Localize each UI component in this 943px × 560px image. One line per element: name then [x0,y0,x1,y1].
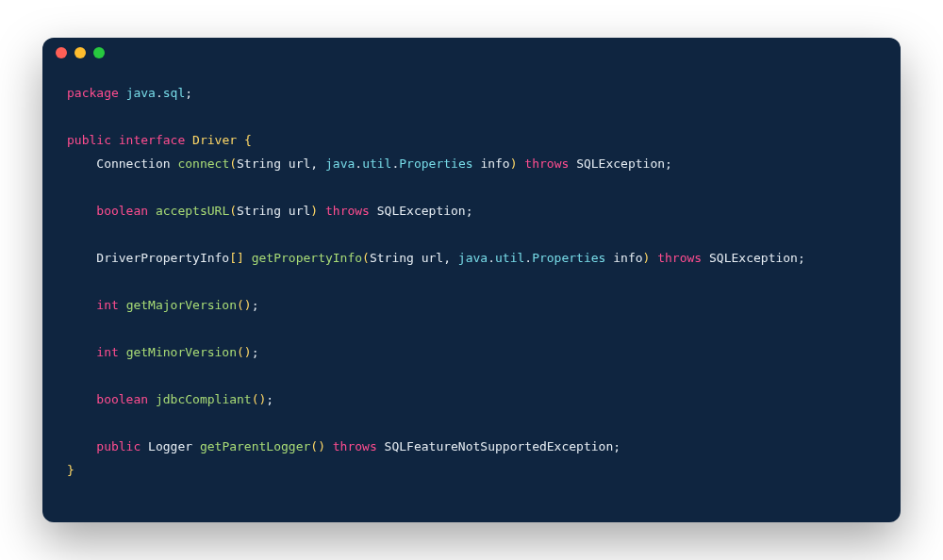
rparen: ) [244,345,252,359]
rparen: ) [318,439,325,453]
keyword-public: public [96,439,141,453]
close-icon[interactable] [56,47,67,58]
rbracket: ] [237,251,244,265]
semicolon: ; [252,298,259,312]
semicolon: ; [185,86,192,100]
type-string: String [237,156,281,171]
param-url: url [422,251,443,265]
fn-jdbccompliant: jdbcCompliant [156,392,252,406]
type-properties: Properties [532,251,605,265]
fn-connect: connect [177,156,229,171]
lparen: ( [229,204,237,218]
lparen: ( [252,392,259,406]
type-sqlexception: SQLException [709,251,798,265]
lparen: ( [310,439,318,453]
lbrace: { [244,133,252,147]
param-info: info [613,251,642,265]
window-titlebar [42,38,901,68]
keyword-throws: throws [333,439,377,453]
dot: . [488,251,495,265]
semicolon: ; [252,345,259,359]
rparen: ) [244,298,252,312]
pkg-seg: java [325,156,355,171]
type-driverpropinfo: DriverPropertyInfo [96,251,229,265]
fn-acceptsurl: acceptsURL [156,204,229,218]
comma: , [310,156,318,171]
type-properties: Properties [399,156,472,171]
keyword-throws: throws [657,251,702,265]
minimize-icon[interactable] [74,47,86,58]
type-connection: Connection [96,156,170,171]
dot: . [524,251,532,265]
param-url: url [289,204,310,218]
keyword-throws: throws [524,156,569,171]
pkg-seg: java [458,251,488,265]
rparen: ) [510,156,518,171]
lparen: ( [229,156,237,171]
keyword-public: public [67,133,111,147]
keyword-boolean: boolean [96,204,148,218]
code-window: package java.sql; public interface Drive… [42,38,901,522]
type-logger: Logger [148,439,192,453]
type-string: String [370,251,414,265]
rbrace: } [67,463,74,477]
pkg-seg: sql [163,86,185,100]
fn-getparentlogger: getParentLogger [200,439,310,453]
semicolon: ; [665,156,672,171]
zoom-icon[interactable] [93,47,105,58]
type-sqlexception: SQLException [377,204,466,218]
pkg-seg: util [495,251,524,265]
fn-getmajorversion: getMajorVersion [126,298,237,312]
type-driver: Driver [192,133,237,147]
lparen: ( [237,345,244,359]
rparen: ) [643,251,651,265]
lparen: ( [237,298,244,312]
keyword-package: package [67,86,119,100]
lbracket: [ [229,251,237,265]
semicolon: ; [466,204,473,218]
keyword-int: int [96,345,118,359]
semicolon: ; [613,439,620,453]
dot: . [355,156,362,171]
type-sqlfeaturenotsupported: SQLFeatureNotSupportedException [385,439,614,453]
pkg-seg: java [126,86,156,100]
type-string: String [237,204,281,218]
semicolon: ; [798,251,805,265]
keyword-throws: throws [325,204,370,218]
pkg-seg: util [362,156,391,171]
fn-getminorversion: getMinorVersion [126,345,237,359]
dot: . [156,86,163,100]
semicolon: ; [266,392,273,406]
code-block: package java.sql; public interface Drive… [42,68,901,504]
rparen: ) [310,204,318,218]
type-sqlexception: SQLException [576,156,665,171]
keyword-boolean: boolean [96,392,148,406]
keyword-interface: interface [119,133,185,147]
lparen: ( [362,251,370,265]
keyword-int: int [96,298,118,312]
param-url: url [289,156,310,171]
comma: , [443,251,451,265]
param-info: info [480,156,509,171]
fn-getpropertyinfo: getPropertyInfo [252,251,362,265]
